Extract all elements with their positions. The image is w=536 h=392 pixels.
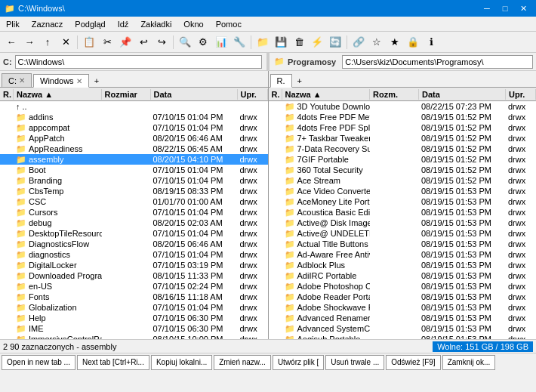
- left-col-date[interactable]: Data: [151, 89, 238, 100]
- table-row[interactable]: 📁 AdiIRC Portable 08/19/15 01:53 PM drwx: [269, 270, 537, 281]
- new-button[interactable]: 📁: [254, 34, 271, 51]
- menu-item-pomoc[interactable]: Pomoc: [213, 19, 245, 29]
- left-col-size[interactable]: Rozmiar: [102, 89, 151, 100]
- view-button[interactable]: 📊: [213, 34, 229, 51]
- table-row[interactable]: 📁 Ad-Aware Free Antivirus+ 08/19/15 01:5…: [269, 249, 537, 260]
- maximize-button[interactable]: □: [497, 2, 513, 14]
- forward-button[interactable]: →: [21, 34, 38, 51]
- table-row[interactable]: 📁 Adobe Reader Portable 08/19/15 01:53 P…: [269, 292, 537, 302]
- table-row[interactable]: 📁 Acoustica Basic Edition 08/19/15 01:53…: [269, 207, 537, 218]
- table-row[interactable]: 📁 Branding 07/10/15 01:04 PM drwx: [0, 175, 268, 186]
- lock-button[interactable]: 🔒: [405, 34, 421, 51]
- bottom-btn-0[interactable]: Open in new tab ...: [2, 355, 75, 370]
- table-row[interactable]: 📁 Help 07/10/15 06:30 PM drwx: [0, 313, 268, 323]
- table-row[interactable]: 📁 Advanced SystemCare Free Portable 08/1…: [269, 323, 537, 334]
- right-col-r[interactable]: R.: [269, 89, 282, 100]
- left-address-input[interactable]: [15, 55, 262, 69]
- tab-windows-close[interactable]: ✕: [76, 77, 82, 85]
- up-button[interactable]: ↑: [39, 34, 56, 51]
- table-row[interactable]: 📁 Aegisub Portable 08/19/15 01:53 PM drw…: [269, 334, 537, 339]
- table-row[interactable]: 📁 Globalization 07/10/15 01:04 PM drwx: [0, 302, 268, 313]
- tools-button[interactable]: 🔧: [231, 34, 248, 51]
- settings-button[interactable]: ⚙: [195, 34, 211, 51]
- tab-c[interactable]: C: ✕: [2, 73, 32, 87]
- redo-button[interactable]: ↪: [153, 34, 170, 51]
- table-row[interactable]: 📁 Active@ UNDELETE Lite 08/19/15 01:53 P…: [269, 228, 537, 239]
- save-button[interactable]: 💾: [273, 34, 289, 51]
- table-row[interactable]: 📁 diagnostics 07/10/15 01:04 PM drwx: [0, 249, 268, 260]
- bottom-btn-1[interactable]: Next tab [Ctrl+Ri...: [77, 355, 149, 370]
- table-row[interactable]: 📁 appcompat 07/10/15 01:04 PM drwx: [0, 122, 268, 133]
- table-row[interactable]: 📁 Cursors 07/10/15 01:04 PM drwx: [0, 207, 268, 218]
- menu-item-plik[interactable]: Plik: [3, 19, 23, 29]
- left-col-name[interactable]: Nazwa ▲: [14, 89, 102, 100]
- paste-button[interactable]: 📌: [117, 34, 134, 51]
- tab-c-close[interactable]: ✕: [19, 76, 25, 85]
- table-row[interactable]: 📁 7GIF Portable 08/19/15 01:52 PM drwx: [269, 154, 537, 165]
- star-button[interactable]: ★: [387, 34, 403, 51]
- tab-programosy[interactable]: R.: [270, 74, 292, 88]
- delete-button[interactable]: 🗑: [291, 34, 307, 51]
- right-address-input[interactable]: [342, 55, 533, 69]
- table-row[interactable]: 📁 assembly 08/20/15 04:10 PM drwx: [0, 154, 268, 165]
- table-row[interactable]: 📁 addins 07/10/15 01:04 PM drwx: [0, 112, 268, 122]
- menu-item-zakładki[interactable]: Zakładki: [137, 19, 174, 29]
- link-button[interactable]: 🔗: [350, 34, 367, 51]
- tab-add-right[interactable]: +: [294, 75, 306, 87]
- table-row[interactable]: 📁 Adblock Plus 08/19/15 01:53 PM drwx: [269, 260, 537, 270]
- minimize-button[interactable]: ─: [479, 2, 495, 14]
- table-row[interactable]: 📁 Active@ Disk Image Lite 08/19/15 01:53…: [269, 218, 537, 228]
- copy-button[interactable]: 📋: [81, 34, 97, 51]
- right-col-attr[interactable]: Upr.: [506, 89, 536, 100]
- table-row[interactable]: 📁 Downloaded Program Files 08/10/15 11:3…: [0, 270, 268, 281]
- bottom-btn-2[interactable]: Kopiuj lokalni...: [151, 355, 212, 370]
- menu-item-podgląd[interactable]: Podgląd: [72, 19, 108, 29]
- bottom-btn-4[interactable]: Utwórz plik [: [273, 355, 324, 370]
- menu-item-okno[interactable]: Okno: [180, 19, 206, 29]
- table-row[interactable]: 📁 IME 07/10/15 06:30 PM drwx: [0, 323, 268, 334]
- table-row[interactable]: 📁 ImmersiveControlPanel 08/10/15 10:00 P…: [0, 334, 268, 339]
- table-row[interactable]: 📁 en-US 07/10/15 02:24 PM drwx: [0, 281, 268, 292]
- bottom-btn-5[interactable]: Usuń trwale ...: [325, 355, 384, 370]
- table-row[interactable]: 📁 CSC 01/01/70 01:00 AM drwx: [0, 196, 268, 207]
- right-col-size[interactable]: Rozm.: [370, 89, 419, 100]
- table-row[interactable]: 📁 DesktopTileResources 07/10/15 01:04 PM…: [0, 228, 268, 239]
- bottom-btn-6[interactable]: Odśwież [F9]: [386, 355, 440, 370]
- table-row[interactable]: 📁 Actual Title Buttons 08/19/15 01:53 PM…: [269, 239, 537, 249]
- stop-button[interactable]: ✕: [57, 34, 74, 51]
- table-row[interactable]: 📁 4dots Free PDF Metadata Editor 08/19/1…: [269, 112, 537, 122]
- back-button[interactable]: ←: [3, 34, 20, 51]
- table-row[interactable]: 📁 CbsTemp 08/19/15 08:33 PM drwx: [0, 186, 268, 196]
- table-row[interactable]: 📁 Adobe Shockwave Player Uninstaller 08/…: [269, 302, 537, 313]
- bottom-btn-7[interactable]: Zamknij ok...: [442, 355, 496, 370]
- table-row[interactable]: 📁 Adobe Photoshop CS2 Free 08/19/15 01:5…: [269, 281, 537, 292]
- table-row[interactable]: 📁 DigitalLocker 07/10/15 03:19 PM drwx: [0, 260, 268, 270]
- table-row[interactable]: ↑ ..: [0, 101, 268, 112]
- refresh-button[interactable]: 🔄: [327, 34, 343, 51]
- table-row[interactable]: 📁 Fonts 08/16/15 11:18 AM drwx: [0, 292, 268, 302]
- table-row[interactable]: 📁 Ace Stream 08/19/15 01:52 PM drwx: [269, 175, 537, 186]
- menu-item-zaznacz[interactable]: Zaznacz: [29, 19, 66, 29]
- undo-button[interactable]: ↩: [135, 34, 152, 51]
- table-row[interactable]: 📁 AppReadiness 08/22/15 06:45 AM drwx: [0, 144, 268, 154]
- left-col-r[interactable]: R.: [0, 89, 14, 100]
- right-col-name[interactable]: Nazwa ▲: [282, 89, 371, 100]
- table-row[interactable]: 📁 360 Total Security 08/19/15 01:52 PM d…: [269, 165, 537, 175]
- tab-add-left[interactable]: +: [91, 75, 103, 87]
- table-row[interactable]: 📁 3D Youtube Downloader Portable 08/22/1…: [269, 101, 537, 112]
- bookmark-button[interactable]: ☆: [368, 34, 385, 51]
- right-col-date[interactable]: Data: [419, 89, 506, 100]
- table-row[interactable]: 📁 DiagnosticsFlow 08/20/15 06:46 AM drwx: [0, 239, 268, 249]
- tab-windows[interactable]: Windows ✕: [33, 74, 89, 88]
- menu-item-idź[interactable]: Idź: [115, 19, 132, 29]
- search-button[interactable]: 🔍: [177, 34, 193, 51]
- cut-button[interactable]: ✂: [99, 34, 116, 51]
- table-row[interactable]: 📁 4dots Free PDF Splitter Merger 08/19/1…: [269, 122, 537, 133]
- close-button[interactable]: ✕: [515, 2, 531, 14]
- table-row[interactable]: 📁 Advanced Renamer Portable 08/19/15 01:…: [269, 313, 537, 323]
- bottom-btn-3[interactable]: Zmień nazw...: [214, 355, 271, 370]
- info-button[interactable]: ℹ: [423, 34, 439, 51]
- table-row[interactable]: 📁 7+ Taskbar Tweaker Portable 08/19/15 0…: [269, 133, 537, 144]
- table-row[interactable]: 📁 debug 08/20/15 02:03 AM drwx: [0, 218, 268, 228]
- table-row[interactable]: 📁 AceMoney Lite Portable 08/19/15 01:53 …: [269, 196, 537, 207]
